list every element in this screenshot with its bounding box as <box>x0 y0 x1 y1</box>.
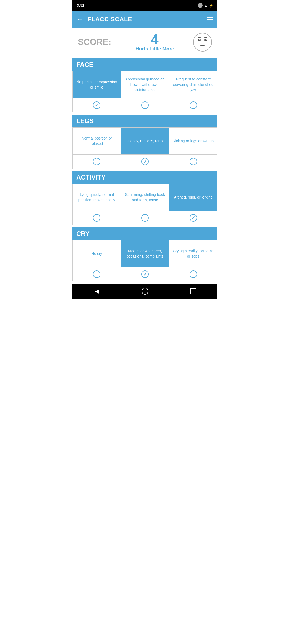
option-check-area-activity-1 <box>121 211 169 225</box>
radio-activity-1[interactable] <box>141 214 149 222</box>
wifi-icon <box>204 3 208 8</box>
section-header-activity: ACTIVITY <box>73 171 218 184</box>
option-cell-activity-1[interactable]: Squirming, shifting back and forth, tens… <box>121 184 169 225</box>
option-cell-face-1[interactable]: Occasional grimace or frown, withdrawn, … <box>121 71 169 112</box>
section-header-text-activity: ACTIVITY <box>76 174 214 181</box>
options-grid-activity: Lying quietly, normal position, moves ea… <box>73 184 218 225</box>
section-cry: CRYNo cryMoans or whimpers, occasional c… <box>73 227 218 281</box>
option-check-area-face-0 <box>73 98 121 112</box>
nav-back-button[interactable] <box>91 286 102 297</box>
section-header-face: FACE <box>73 58 218 71</box>
svg-point-1 <box>198 39 201 41</box>
nav-home-button[interactable] <box>140 286 150 297</box>
option-check-area-cry-2 <box>169 267 217 281</box>
radio-legs-2[interactable] <box>190 158 197 165</box>
option-text-legs-2: Kicking or legs drawn up <box>173 138 214 144</box>
radio-face-1[interactable] <box>141 101 149 109</box>
option-check-area-face-2 <box>169 98 217 112</box>
radio-legs-1[interactable] <box>141 158 149 165</box>
svg-point-4 <box>206 39 207 40</box>
option-cell-cry-2[interactable]: Crying steadily, screams or sobs <box>169 240 217 281</box>
option-cell-legs-2[interactable]: Kicking or legs drawn up <box>169 128 217 169</box>
sections-container: FACENo particular expression or smileOcc… <box>73 56 218 284</box>
option-text-area-face-2: Frequent to constant quivering chin, cle… <box>169 71 217 98</box>
radio-activity-0[interactable] <box>93 214 100 222</box>
option-check-area-face-1 <box>121 98 169 112</box>
option-text-face-0: No particular expression or smile <box>75 79 118 90</box>
option-text-area-face-0: No particular expression or smile <box>73 71 121 98</box>
score-number: 4 <box>151 32 159 46</box>
option-text-area-face-1: Occasional grimace or frown, withdrawn, … <box>121 71 169 98</box>
radio-cry-2[interactable] <box>190 270 197 278</box>
option-text-legs-1: Uneasy, restless, tense <box>126 138 164 144</box>
app-title: FLACC SCALE <box>88 16 207 23</box>
option-cell-activity-2[interactable]: Arched, rigid, or jerking <box>169 184 217 225</box>
status-bar: 3:51 <box>73 0 218 11</box>
section-header-text-face: FACE <box>76 61 214 68</box>
option-text-cry-1: Moans or whimpers, occasional complaints <box>124 248 166 259</box>
options-grid-cry: No cryMoans or whimpers, occasional comp… <box>73 240 218 281</box>
section-header-legs: LEGS <box>73 115 218 127</box>
score-description: Hurts Little More <box>136 46 174 52</box>
svg-point-2 <box>204 39 207 41</box>
score-value-area: 4 Hurts Little More <box>117 32 193 52</box>
battery-icon <box>209 3 213 8</box>
section-face: FACENo particular expression or smileOcc… <box>73 58 218 112</box>
nav-recents-button[interactable] <box>188 286 199 297</box>
option-check-area-legs-0 <box>73 155 121 169</box>
option-text-area-cry-0: No cry <box>73 240 121 267</box>
menu-line-1 <box>207 17 213 18</box>
section-legs: LEGSNormal position or relaxedUneasy, re… <box>73 115 218 169</box>
menu-line-3 <box>207 21 213 21</box>
option-text-area-activity-2: Arched, rigid, or jerking <box>169 184 217 211</box>
option-check-area-legs-1 <box>121 155 169 169</box>
radio-face-0[interactable] <box>93 101 100 109</box>
option-text-face-1: Occasional grimace or frown, withdrawn, … <box>124 77 166 93</box>
option-cell-cry-1[interactable]: Moans or whimpers, occasional complaints <box>121 240 169 281</box>
option-text-area-legs-0: Normal position or relaxed <box>73 128 121 155</box>
option-text-activity-0: Lying quietly, normal position, moves ea… <box>75 192 118 203</box>
notification-icon <box>198 3 203 8</box>
section-header-text-cry: CRY <box>76 230 214 237</box>
option-cell-cry-0[interactable]: No cry <box>73 240 121 281</box>
radio-legs-0[interactable] <box>93 158 100 165</box>
radio-cry-0[interactable] <box>93 270 100 278</box>
option-text-area-activity-0: Lying quietly, normal position, moves ea… <box>73 184 121 211</box>
option-text-legs-0: Normal position or relaxed <box>75 136 118 146</box>
option-text-area-legs-2: Kicking or legs drawn up <box>169 128 217 155</box>
score-section: SCORE: 4 Hurts Little More <box>73 28 218 56</box>
option-check-area-activity-2 <box>169 211 217 225</box>
svg-point-3 <box>199 39 200 40</box>
option-text-activity-2: Arched, rigid, or jerking <box>174 195 213 200</box>
option-text-cry-2: Crying steadily, screams or sobs <box>172 248 215 259</box>
face-avatar <box>193 32 212 52</box>
radio-cry-1[interactable] <box>141 270 149 278</box>
option-cell-face-2[interactable]: Frequent to constant quivering chin, cle… <box>169 71 217 112</box>
app-header: ← FLACC SCALE <box>73 11 218 28</box>
option-check-area-cry-1 <box>121 267 169 281</box>
radio-activity-2[interactable] <box>190 214 197 222</box>
option-text-face-2: Frequent to constant quivering chin, cle… <box>172 77 215 93</box>
section-activity: ACTIVITYLying quietly, normal position, … <box>73 171 218 225</box>
options-grid-legs: Normal position or relaxedUneasy, restle… <box>73 127 218 169</box>
score-label: SCORE: <box>78 37 111 47</box>
option-cell-activity-0[interactable]: Lying quietly, normal position, moves ea… <box>73 184 121 225</box>
radio-face-2[interactable] <box>190 101 197 109</box>
option-text-area-cry-1: Moans or whimpers, occasional complaints <box>121 240 169 267</box>
navigation-bar <box>73 284 218 299</box>
option-check-area-activity-0 <box>73 211 121 225</box>
option-cell-legs-0[interactable]: Normal position or relaxed <box>73 128 121 169</box>
option-cell-face-0[interactable]: No particular expression or smile <box>73 71 121 112</box>
option-text-cry-0: No cry <box>91 251 102 257</box>
section-header-cry: CRY <box>73 227 218 240</box>
svg-point-0 <box>193 33 212 51</box>
option-text-activity-1: Squirming, shifting back and forth, tens… <box>124 192 166 203</box>
option-text-area-cry-2: Crying steadily, screams or sobs <box>169 240 217 267</box>
options-grid-face: No particular expression or smileOccasio… <box>73 71 218 112</box>
status-time: 3:51 <box>77 3 84 8</box>
menu-line-2 <box>207 19 213 20</box>
back-button[interactable]: ← <box>77 16 83 23</box>
menu-button[interactable] <box>207 17 213 21</box>
option-cell-legs-1[interactable]: Uneasy, restless, tense <box>121 128 169 169</box>
option-check-area-legs-2 <box>169 155 217 169</box>
